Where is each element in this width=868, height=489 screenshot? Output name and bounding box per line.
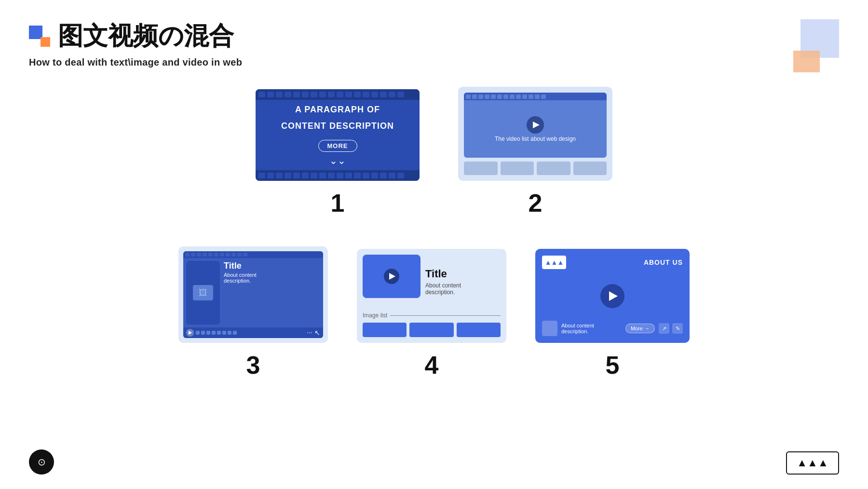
card-4-play-button[interactable] [384, 269, 399, 284]
film-hole [243, 253, 247, 257]
film-hole [345, 173, 352, 178]
film-hole [337, 173, 343, 178]
film-hole [276, 92, 283, 97]
row-2: 🖼 Title About content description. [58, 246, 810, 380]
card-4-divider-row: Image list [363, 312, 501, 319]
film-hole [380, 173, 387, 178]
film-hole [485, 95, 489, 99]
card-2-number: 2 [529, 189, 542, 217]
card-3-play-button[interactable] [186, 329, 194, 337]
card-5-play-area [542, 274, 683, 318]
card-2-thumb-4[interactable] [573, 162, 607, 175]
page-title: 图文视频の混合 [58, 19, 234, 53]
card-2-film-top [464, 93, 607, 100]
card-3-holes [196, 331, 305, 335]
card-2-wrap: The video list about web design 2 [458, 87, 612, 217]
card-2-video[interactable]: The video list about web design [464, 93, 607, 158]
image-icon: 🖼 [199, 288, 207, 298]
main-grid: A PARAGRAPH OF CONTENT DESCRIPTION MORE … [0, 87, 868, 380]
film-hole [397, 92, 404, 97]
film-hole [497, 95, 502, 99]
film-hole [510, 95, 515, 99]
card-2-caption: The video list about web design [495, 136, 576, 142]
film-hole [363, 92, 369, 97]
card-1-text-line1: A PARAGRAPH OF [281, 104, 394, 116]
card-4-number: 4 [425, 351, 439, 380]
film-hole [535, 95, 540, 99]
card-2-play-button[interactable] [527, 116, 544, 134]
film-strip-bottom-1 [256, 170, 420, 181]
film-hole-sm [228, 331, 231, 335]
film-hole [516, 95, 521, 99]
deco-orange-box [793, 51, 820, 72]
card-1-content: A PARAGRAPH OF CONTENT DESCRIPTION [281, 104, 394, 136]
card-4-wrap: Title About content description. Image l… [357, 249, 506, 380]
film-hole [220, 253, 224, 257]
film-hole [267, 92, 274, 97]
play-triangle-icon [609, 291, 618, 301]
film-hole [337, 92, 343, 97]
card-5-more-button[interactable]: More → [625, 324, 655, 333]
film-hole [226, 253, 230, 257]
header-icon [29, 26, 50, 47]
card-2-thumb-1[interactable] [464, 162, 498, 175]
card-4-image-list [363, 323, 501, 337]
card-4-title: Title [425, 268, 461, 280]
card-3: 🖼 Title About content description. [178, 246, 328, 343]
film-hole [293, 92, 300, 97]
card-2-thumb-3[interactable] [537, 162, 570, 175]
card-5-thumbnail [542, 321, 557, 336]
card-4-divider-line [390, 315, 501, 316]
card-2-thumb-2[interactable] [501, 162, 534, 175]
card-3-info: Title About content description. [224, 261, 257, 325]
card-1-wrap: A PARAGRAPH OF CONTENT DESCRIPTION MORE … [256, 89, 420, 217]
card-4-img-item-3[interactable] [457, 323, 501, 337]
share-icon[interactable]: ↗ [659, 323, 669, 334]
film-hole [491, 95, 496, 99]
film-hole [197, 253, 201, 257]
play-icon [189, 331, 192, 335]
card-4: Title About content description. Image l… [357, 249, 506, 343]
card-3-wrap: 🖼 Title About content description. [178, 246, 328, 380]
card-3-film-top [183, 251, 323, 258]
film-hole [363, 173, 369, 178]
bottom-right-logo: ▲▲▲ [786, 451, 839, 475]
film-hole [371, 92, 378, 97]
film-hole [231, 253, 236, 257]
film-hole [311, 173, 317, 178]
card-3-dots-icon[interactable]: ··· [307, 329, 312, 337]
film-hole [214, 253, 218, 257]
film-hole [503, 95, 508, 99]
card-3-video-area: 🖼 Title About content description. [183, 251, 323, 338]
film-hole [522, 95, 527, 99]
card-4-img-item-1[interactable] [363, 323, 407, 337]
bottom-right-logo-symbol: ▲▲▲ [797, 457, 828, 469]
film-hole [380, 92, 387, 97]
card-1-number: 1 [331, 189, 345, 217]
card-4-image-list-label: Image list [363, 312, 387, 319]
film-hole [529, 95, 533, 99]
film-hole [478, 95, 483, 99]
card-1-more-button[interactable]: MORE [318, 140, 357, 152]
film-hole-sm [222, 331, 226, 335]
card-5-number: 5 [606, 351, 620, 380]
film-hole [285, 92, 291, 97]
film-hole [208, 253, 213, 257]
card-5-about-label: ABOUT US [644, 258, 683, 266]
card-2-play-area: The video list about web design [464, 100, 607, 158]
card-4-img-item-2[interactable] [409, 323, 453, 337]
film-hole [302, 173, 309, 178]
card-5-action-icons: ↗ ✎ [659, 323, 683, 334]
film-hole [328, 92, 335, 97]
play-triangle-icon [389, 273, 395, 280]
card-5-play-button[interactable] [600, 284, 624, 308]
card-4-video-box[interactable] [363, 255, 420, 298]
film-hole [472, 95, 477, 99]
film-hole-sm [212, 331, 216, 335]
film-hole [191, 253, 195, 257]
card-4-description: About content description. [425, 282, 461, 296]
deco-top-right [781, 19, 839, 72]
film-hole [285, 173, 291, 178]
edit-icon[interactable]: ✎ [672, 323, 683, 334]
card-1-chevron-icon: ⌄⌄ [329, 155, 346, 166]
